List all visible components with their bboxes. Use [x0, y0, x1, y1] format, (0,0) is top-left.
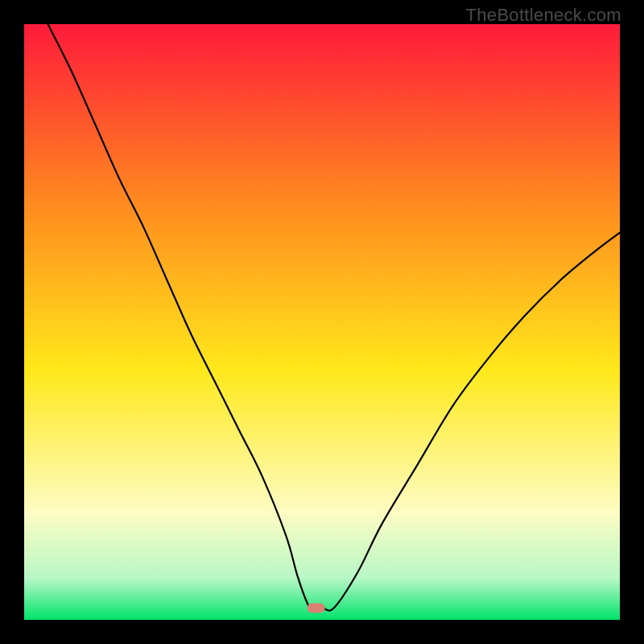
- optimum-marker: [308, 603, 325, 613]
- watermark-text: TheBottleneck.com: [466, 5, 621, 26]
- gradient-background: [24, 24, 620, 620]
- plot-svg: [24, 24, 620, 620]
- chart-frame: TheBottleneck.com: [0, 0, 644, 644]
- plot-area: [24, 24, 620, 620]
